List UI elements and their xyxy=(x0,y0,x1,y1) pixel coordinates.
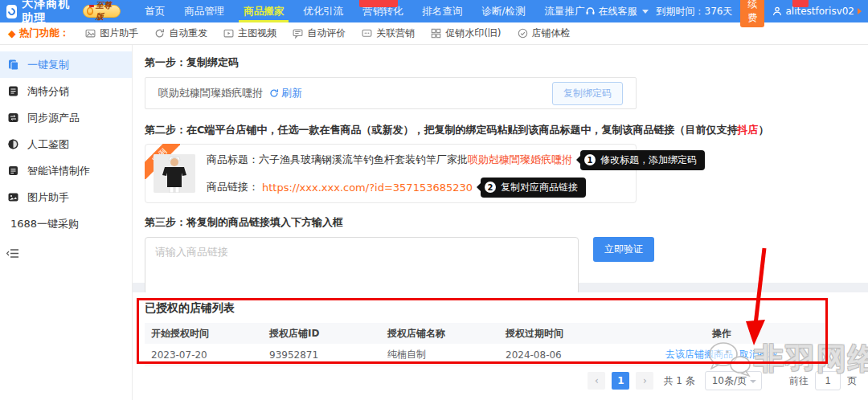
sidebar-item-manual-image-check[interactable]: 人工鉴图 xyxy=(0,131,132,157)
sidebar-item-1688-purchase[interactable]: 1688一键采购 xyxy=(0,210,132,237)
username: alitestforisv02 xyxy=(785,6,854,17)
quick-item-auto-review[interactable]: 自动评价 xyxy=(293,27,346,40)
cell-start-time: 2023-07-20 xyxy=(145,349,263,361)
sidebar: 一键复制 淘特分销 同步源产品 人工鉴图 智能详情制作 图片助手 1688一键采… xyxy=(0,45,133,400)
user-icon xyxy=(772,6,782,16)
goto-label: 前往 xyxy=(789,374,809,388)
product-link-input[interactable] xyxy=(145,237,579,295)
detail-doc-icon xyxy=(7,165,19,177)
chat-icon xyxy=(362,28,372,39)
quick-item-promo-watermark[interactable]: 促销水印(旧) xyxy=(431,27,501,40)
page-size-select[interactable]: 10条/页 xyxy=(705,371,762,390)
video-icon xyxy=(223,28,234,39)
product-title-bind-code: 唢勋尅穅閶璨婚疧嚑拊 xyxy=(468,153,572,167)
quick-item-related-marketing[interactable]: 关联营销 xyxy=(362,27,415,40)
product-title-row: 商品标题： 六子渔具玻璃钢溪流竿钓鱼杆套装钓竿厂家批 唢勋尅穅閶璨婚疧嚑拊 1 … xyxy=(207,150,705,170)
quick-item-shop-checkup[interactable]: 店铺体检 xyxy=(518,27,571,40)
sidebar-collapse-icon[interactable] xyxy=(6,248,132,261)
step-number-1: 1 xyxy=(584,154,596,165)
image-icon xyxy=(7,191,19,203)
copy-bind-code-button[interactable]: 复制绑定码 xyxy=(552,82,623,105)
online-service[interactable]: 在线客服 xyxy=(585,5,649,18)
sidebar-item-taote-distribution[interactable]: 淘特分销 xyxy=(0,78,132,104)
current-page-button[interactable]: 1 xyxy=(612,372,629,390)
vip-badge: 至尊版 xyxy=(83,5,121,18)
top-nav: 大泽商机助理 至尊版 首页 商品管理 商品搬家 优化引流 营销转化 排名查询 诊… xyxy=(0,0,868,22)
step3-title: 第三步：将复制的商品链接填入下方输入框 xyxy=(145,215,868,230)
hot-functions-label: ◆ 热门功能： xyxy=(8,27,69,40)
medal-icon xyxy=(87,7,93,15)
col-start-time: 开始授权时间 xyxy=(145,327,263,341)
goto-page-input[interactable] xyxy=(815,371,841,390)
cancel-auth-link[interactable]: 取消授权 xyxy=(739,348,778,361)
expire-time: 到期时间：376天 xyxy=(657,5,733,18)
nav-item-diagnosis[interactable]: 诊断/检测 xyxy=(481,0,525,22)
sidebar-item-image-helper[interactable]: 图片助手 xyxy=(0,184,132,210)
main-content: 第一步：复制绑定码 唢勋尅穅閶璨婚疧嚑拊 刷新 复制绑定码 第二步：在C端平台店… xyxy=(133,45,868,400)
refresh-icon xyxy=(154,28,165,39)
refresh-link[interactable]: 刷新 xyxy=(269,86,302,100)
quick-item-image-helper[interactable]: 图片助手 xyxy=(85,27,138,40)
verify-button[interactable]: 立即验证 xyxy=(593,237,654,262)
table-row: 2023-07-20 93952871 纯楠自制 2024-08-06 去该店铺… xyxy=(145,344,826,366)
nav-right-cluster: 在线客服 到期时间：376天 续费 alitestforisv02 xyxy=(585,0,862,27)
col-expire-time: 授权过期时间 xyxy=(499,327,617,341)
step2-title: 第二步：在C端平台店铺中，任选一款在售商品（或新发），把复制的绑定码粘贴到该商品… xyxy=(145,123,868,137)
nav-item-product-management[interactable]: 商品管理 xyxy=(184,0,224,22)
go-move-products-link[interactable]: 去该店铺搬商品 xyxy=(665,348,733,361)
cell-shop-name: 纯楠自制 xyxy=(381,348,499,361)
chevron-down-icon xyxy=(642,10,649,14)
authorized-shops-title: 已授权的店铺列表 xyxy=(145,301,868,316)
goto-unit: 页 xyxy=(847,374,857,388)
product-image xyxy=(154,154,195,193)
nav-item-rank-query[interactable]: 排名查询 xyxy=(422,0,462,22)
document-icon xyxy=(7,85,19,97)
check-circle-icon xyxy=(518,28,528,39)
total-count: 共 1 条 xyxy=(663,374,694,388)
product-link-row: 商品链接： https://xxx.xxx.com/?id=3571536852… xyxy=(207,178,705,198)
quick-item-main-video[interactable]: 主图视频 xyxy=(223,27,276,40)
next-page-button[interactable]: › xyxy=(636,372,653,390)
product-title-text: 六子渔具玻璃钢溪流竿钓鱼杆套装钓竿厂家批 xyxy=(259,153,468,167)
shops-table: 开始授权时间 授权店铺ID 授权店铺名称 授权过期时间 操作 2023-07-2… xyxy=(145,323,826,366)
sidebar-item-one-click-copy[interactable]: 一键复制 xyxy=(0,51,132,78)
col-actions: 操作 xyxy=(617,327,826,341)
app-logo-icon xyxy=(6,5,17,18)
prev-page-button[interactable]: ‹ xyxy=(588,372,605,390)
step1-title: 第一步：复制绑定码 xyxy=(145,55,868,70)
col-shop-id: 授权店铺ID xyxy=(263,327,381,341)
cell-shop-id: 93952871 xyxy=(263,349,381,361)
copy-icon xyxy=(7,59,19,71)
product-link[interactable]: https://xxx.xxx.com/?id=357153685230 xyxy=(262,182,473,194)
steps-card: 第一步：复制绑定码 唢勋尅穅閶璨婚疧嚑拊 刷新 复制绑定码 第二步：在C端平台店… xyxy=(133,45,868,283)
refresh-icon xyxy=(269,88,279,98)
headset-icon xyxy=(585,6,596,16)
nav-item-home[interactable]: 首页 xyxy=(145,0,165,22)
moon-circle-icon xyxy=(7,138,19,150)
sync-icon xyxy=(7,112,19,124)
douyin-shop-highlight: 抖店 xyxy=(738,124,759,136)
caret-right-icon xyxy=(858,8,862,14)
example-product-card: 案例 商品标题： 六子渔具玻璃钢溪流竿钓鱼杆套装钓竿厂家批 唢勋尅穅閶璨婚疧嚑拊… xyxy=(145,144,637,203)
nav-item-product-mover[interactable]: 商品搬家 xyxy=(244,0,284,22)
nav-item-optimize-traffic[interactable]: 优化引流 xyxy=(303,0,343,22)
grid-icon xyxy=(431,28,441,39)
authorized-shops-card: 已授权的店铺列表 开始授权时间 授权店铺ID 授权店铺名称 授权过期时间 操作 … xyxy=(133,292,868,400)
bind-code-box: 唢勋尅穅閶璨婚疧嚑拊 刷新 复制绑定码 xyxy=(145,77,637,109)
table-header-row: 开始授权时间 授权店铺ID 授权店铺名称 授权过期时间 操作 xyxy=(145,323,826,344)
tooltip-modify-title: 1 修改标题，添加绑定码 xyxy=(580,150,705,170)
comment-icon xyxy=(293,28,303,39)
sidebar-item-smart-detail-maker[interactable]: 智能详情制作 xyxy=(0,157,132,184)
sidebar-item-sync-source-products[interactable]: 同步源产品 xyxy=(0,104,132,131)
image-icon xyxy=(85,28,96,39)
nav-item-traffic-promotion[interactable]: 流量推广 xyxy=(545,0,585,22)
renew-button[interactable]: 续费 xyxy=(740,0,764,27)
col-shop-name: 授权店铺名称 xyxy=(381,327,499,341)
pagination: ‹ 1 › 共 1 条 10条/页 前往 页 xyxy=(588,371,857,390)
renew-badge-clipped xyxy=(792,0,809,7)
quick-item-auto-repost[interactable]: 自动重发 xyxy=(154,27,207,40)
app-title: 大泽商机助理 xyxy=(22,0,78,26)
cell-expire-time: 2024-08-06 xyxy=(499,349,617,361)
user-menu[interactable]: alitestforisv02 xyxy=(772,6,862,17)
bind-code: 唢勋尅穅閶璨婚疧嚑拊 xyxy=(158,86,263,100)
